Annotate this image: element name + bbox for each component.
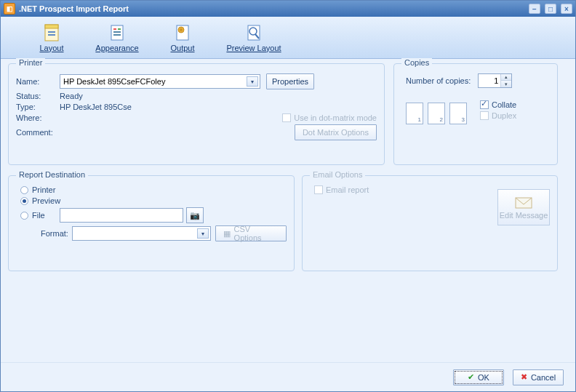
printer-name-combo[interactable]: HP DeskJet 895CseFCFoley ▾ [60, 74, 260, 89]
dest-printer-radio[interactable] [20, 186, 28, 194]
toolbar-label: Layout [39, 44, 63, 52]
toolbar-appearance[interactable]: Appearance [91, 23, 143, 52]
comment-label: Comment: [16, 128, 60, 137]
toolbar-label: Appearance [95, 44, 138, 52]
folder-icon: 📷 [190, 211, 200, 220]
dest-file-label: File [32, 211, 60, 220]
check-icon: ✔ [468, 372, 474, 382]
edit-message-button: Edit Message [497, 189, 550, 225]
ok-button[interactable]: ✔ OK [453, 369, 504, 385]
printer-name-value: HP DeskJet 895CseFCFoley [63, 77, 165, 86]
maximize-button[interactable]: □ [545, 4, 556, 14]
dest-preview-label: Preview [32, 196, 60, 205]
toolbar-preview-layout[interactable]: Preview Layout [222, 23, 286, 52]
num-copies-input[interactable] [479, 74, 500, 87]
dest-file-radio[interactable] [20, 212, 28, 220]
csv-options-button: ▦ CSV Options [215, 225, 287, 241]
status-label: Status: [16, 92, 60, 100]
toolbar-output[interactable]: Output [156, 23, 209, 52]
layout-icon [43, 23, 60, 42]
close-button[interactable]: × [561, 4, 572, 14]
type-value: HP DeskJet 895Cse [60, 103, 132, 111]
dest-printer-label: Printer [32, 185, 55, 194]
status-value: Ready [60, 92, 83, 100]
format-combo[interactable]: ▾ [72, 226, 211, 241]
csv-icon: ▦ [223, 229, 231, 239]
collate-illustration: 1 2 3 [406, 103, 467, 124]
dest-preview-radio[interactable] [20, 197, 28, 205]
chevron-down-icon[interactable]: ▾ [197, 228, 209, 239]
destination-group: Report Destination Printer Preview File … [8, 175, 295, 271]
svg-rect-1 [45, 25, 58, 28]
browse-file-button[interactable]: 📷 [186, 207, 204, 223]
dest-file-input[interactable] [60, 208, 183, 223]
spin-down[interactable]: ▾ [501, 81, 511, 87]
output-icon [174, 23, 191, 42]
num-copies-label: Number of copies: [406, 76, 471, 85]
dotmatrix-label: Use in dot-matrix mode [294, 113, 377, 122]
email-report-label: Email report [326, 185, 369, 194]
format-label: Format: [41, 229, 72, 238]
chevron-down-icon[interactable]: ▾ [247, 76, 258, 87]
svg-rect-3 [48, 34, 55, 36]
num-copies-spinner[interactable]: ▴ ▾ [478, 73, 512, 88]
copies-group: Copies Number of copies: ▴ ▾ 1 2 3 [393, 63, 558, 165]
duplex-checkbox [480, 111, 489, 120]
copies-legend: Copies [401, 58, 432, 67]
destination-legend: Report Destination [16, 170, 88, 179]
printer-legend: Printer [16, 58, 45, 67]
duplex-label: Duplex [492, 111, 516, 120]
svg-rect-5 [113, 28, 116, 30]
x-icon: ✖ [521, 372, 527, 382]
properties-button[interactable]: Properties [266, 73, 314, 89]
toolbar-label: Output [170, 44, 194, 52]
toolbar: Layout Appearance Output Preview Layout [1, 17, 575, 59]
svg-rect-8 [113, 34, 121, 36]
printer-group: Printer Name: HP DeskJet 895CseFCFoley ▾… [8, 63, 385, 165]
svg-rect-2 [48, 31, 55, 33]
spin-up[interactable]: ▴ [501, 74, 511, 81]
minimize-button[interactable]: − [529, 4, 540, 14]
dotmatrix-options-button: Dot Matrix Options [295, 124, 377, 140]
email-report-checkbox [314, 185, 323, 194]
window-frame: ◧ .NET Prospect Import Report − □ × Layo… [0, 0, 576, 392]
name-label: Name: [16, 77, 60, 86]
preview-icon [245, 23, 263, 42]
cancel-button[interactable]: ✖ Cancel [513, 369, 564, 385]
collate-checkbox[interactable] [480, 100, 489, 109]
body: Printer Name: HP DeskJet 895CseFCFoley ▾… [1, 59, 575, 362]
appearance-icon [108, 23, 126, 42]
dotmatrix-checkbox [282, 113, 291, 122]
toolbar-label: Preview Layout [226, 44, 281, 52]
type-label: Type: [16, 103, 60, 111]
toolbar-layout[interactable]: Layout [25, 23, 78, 52]
where-label: Where: [16, 113, 60, 122]
footer: ✔ OK ✖ Cancel [1, 362, 575, 391]
svg-rect-7 [113, 31, 121, 33]
email-group: Email Options Email report Edit Message [302, 175, 558, 271]
window-title: .NET Prospect Import Report [19, 4, 129, 13]
titlebar[interactable]: ◧ .NET Prospect Import Report − □ × [1, 1, 575, 17]
envelope-icon [515, 196, 532, 209]
collate-label: Collate [492, 100, 516, 109]
app-icon: ◧ [4, 3, 15, 15]
svg-rect-6 [118, 28, 121, 30]
email-legend: Email Options [310, 170, 365, 179]
